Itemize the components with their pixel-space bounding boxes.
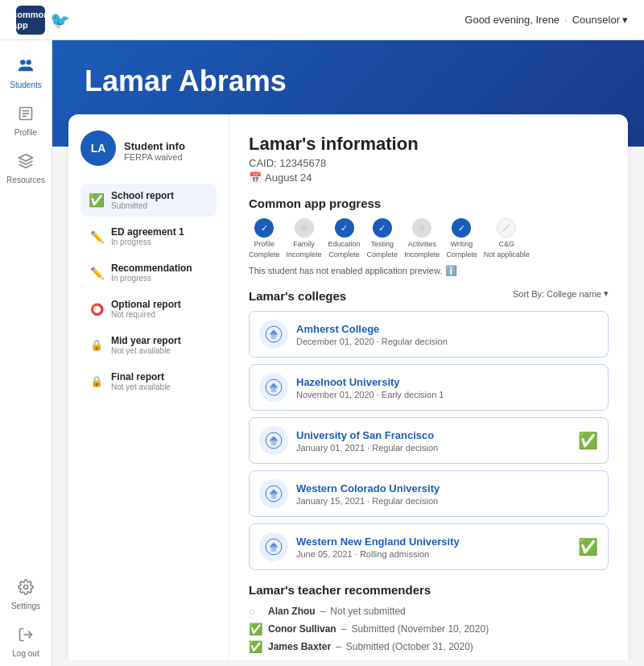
recommendation-subtitle: In progress [111,274,192,283]
college-item-amherst[interactable]: Amherst College December 01, 2020 · Regu… [249,311,609,358]
sidebar-item-logout[interactable]: Log out [0,618,52,666]
college-icon-usf [259,426,288,455]
svg-rect-19 [270,440,278,441]
svg-rect-11 [270,333,278,335]
pending-icon-jenny: ○ [249,658,263,660]
svg-rect-14 [271,388,277,392]
preview-note: This student has not enabled application… [249,265,609,276]
greeting-text: Good evening, Irene [464,14,559,26]
recommenders-title: Lamar's teacher recommenders [249,583,609,597]
logo-bird-icon: 🐦 [50,10,70,30]
page-title: Lamar Abrams [85,64,612,98]
rec-status-conor: Submitted (November 10, 2020) [351,623,489,635]
step-label-family: Family [293,240,315,248]
rec-name-james: James Baxter [268,641,331,652]
ed-agreement-subtitle: In progress [111,238,184,246]
step-icon-testing: ✓ [373,218,392,238]
ed-agreement-title: ED agreement 1 [111,226,184,238]
rec-name-alan: Alan Zhou [268,606,316,617]
nav-item-mid-year-report[interactable]: 🔒 Mid year report Not yet available [80,329,217,362]
sidebar-item-resources[interactable]: Resources [0,145,52,192]
sidebar-label-profile: Profile [14,128,37,137]
college-item-hazelnoot[interactable]: Hazelnoot University November 01, 2020 ·… [249,364,609,411]
optional-report-subtitle: Not required [111,310,181,319]
step-status-testing: Complete [367,250,398,259]
school-report-subtitle: Submitted [111,201,174,210]
college-name-hazelnoot: Hazelnoot University [296,376,598,388]
svg-rect-26 [271,548,277,552]
mid-year-title: Mid year report [111,335,181,346]
lock-icon-final: 🔒 [89,375,105,387]
svg-rect-10 [271,335,277,339]
final-report-title: Final report [111,371,171,383]
final-report-subtitle: Not yet available [111,383,171,391]
logout-icon [18,627,34,647]
college-item-wneu[interactable]: Western New England University June 05, … [249,523,609,570]
svg-line-8 [503,225,510,231]
resources-icon [18,153,34,173]
sort-by[interactable]: Sort By: College name ▾ [513,288,609,299]
profile-icon [18,105,34,126]
left-nav-items: ✅ School report Submitted ✏️ ED agreemen… [80,184,217,398]
college-item-wcu[interactable]: Western Colorado University January 15, … [249,470,609,517]
check-icon-james: ✅ [249,640,263,653]
svg-point-6 [24,585,28,589]
step-label-writing: Writing [451,240,473,248]
step-profile: ✓ Profile Complete [249,218,280,259]
college-name-usf: University of San Francisco [296,429,570,441]
student-card: LA Student info FERPA waived ✅ School re… [68,114,628,660]
college-icon-amherst [259,320,288,349]
sidebar-item-students[interactable]: Students [0,48,52,97]
nav-item-school-report[interactable]: ✅ School report Submitted [80,184,217,217]
college-check-wneu: ✅ [578,537,598,556]
rec-status-jenny: Not yet submitted [336,659,411,660]
recommenders-list: ○ Alan Zhou – Not yet submitted ✅ Conor … [249,605,609,660]
step-status-education: Complete [328,250,360,259]
step-icon-writing: ✓ [452,218,471,238]
step-status-cg: Not applicable [484,250,530,259]
step-writing: ✓ Writing Complete [446,218,477,259]
college-details-usf: January 01, 2021 · Regular decision [296,443,570,453]
check-circle-icon: ✅ [89,192,105,208]
rec-name-conor: Conor Sullivan [268,623,336,635]
nav-item-final-report[interactable]: 🔒 Final report Not yet available [80,365,217,398]
sidebar: Students Profile Resources Settings Log … [0,40,52,666]
college-item-usf[interactable]: University of San Francisco January 01, … [249,417,609,464]
check-icon-conor: ✅ [249,623,263,635]
nav-item-optional-report[interactable]: ⭕ Optional report Not required [80,292,217,325]
sidebar-item-settings[interactable]: Settings [0,571,52,618]
college-icon-wcu [259,479,288,508]
college-icon-hazelnoot [259,373,288,402]
step-label-testing: Testing [371,240,394,248]
lock-icon-mid: 🔒 [89,339,105,351]
nav-item-ed-agreement[interactable]: ✏️ ED agreement 1 In progress [80,220,217,253]
college-name-amherst: Amherst College [296,323,598,335]
college-check-usf: ✅ [578,431,598,450]
colleges-header: Lamar's colleges Sort By: College name ▾ [249,276,609,311]
step-family: ○ Family Incomplete [287,218,322,259]
svg-rect-15 [270,387,278,388]
settings-icon [18,579,34,599]
college-details-amherst: December 01, 2020 · Regular decision [296,337,598,346]
step-icon-activities: ○ [412,218,431,238]
info-icon: ℹ️ [445,265,457,276]
rec-status-alan: Not yet submitted [330,606,405,617]
step-status-writing: Complete [446,250,477,259]
ferpa-label: FERPA waived [124,152,185,162]
svg-rect-23 [270,493,278,494]
step-icon-education: ✓ [335,218,354,238]
college-name-wcu: Western Colorado University [296,482,598,494]
nav-item-recommendation[interactable]: ✏️ Recommendation In progress [80,256,217,289]
student-avatar: LA [80,130,116,166]
sidebar-label-resources: Resources [6,176,45,184]
step-label-profile: Profile [254,240,275,248]
college-name-wneu: Western New England University [296,536,570,548]
chevron-down-icon: ▾ [604,288,609,299]
college-details-wneu: June 05, 2021 · Rolling admission [296,549,570,559]
role-text[interactable]: Counselor ▾ [572,14,628,26]
sidebar-item-profile[interactable]: Profile [0,97,52,145]
svg-point-1 [26,60,31,64]
sidebar-label-settings: Settings [11,602,40,610]
colleges-list: Amherst College December 01, 2020 · Regu… [249,311,609,570]
circle-icon-optional: ⭕ [89,303,105,316]
